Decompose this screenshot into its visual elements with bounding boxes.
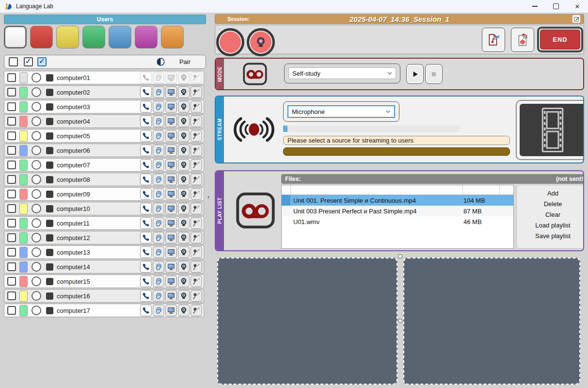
splitter-handle-middle[interactable] — [398, 319, 402, 323]
listen-button[interactable] — [153, 290, 164, 302]
screen-view-button[interactable] — [165, 246, 177, 258]
group-swatch-green[interactable] — [82, 26, 105, 48]
mic-share-button[interactable] — [191, 261, 202, 273]
listen-button[interactable] — [153, 217, 164, 229]
computer-checkbox[interactable] — [7, 161, 16, 169]
mic-share-button[interactable] — [191, 130, 202, 142]
computer-radio[interactable] — [32, 175, 41, 184]
screen-view-button[interactable] — [165, 101, 177, 113]
webcam-button[interactable] — [178, 232, 190, 243]
screen-view-button[interactable] — [165, 232, 177, 243]
call-button[interactable] — [140, 203, 152, 214]
video-panel-left[interactable] — [217, 258, 397, 385]
send-media-button[interactable] — [482, 28, 505, 52]
playlist-button-save-playlist[interactable]: Save playlist — [517, 231, 584, 242]
computer-row[interactable]: computer05 — [4, 129, 204, 143]
computer-radio[interactable] — [32, 102, 41, 112]
computer-radio[interactable] — [32, 116, 41, 126]
computer-checkbox[interactable] — [7, 306, 16, 315]
mic-share-button[interactable] — [191, 246, 202, 258]
computer-radio[interactable] — [32, 131, 41, 141]
call-button[interactable] — [140, 188, 152, 200]
webcam-button[interactable] — [178, 217, 190, 229]
call-button[interactable] — [140, 305, 152, 316]
minimize-button[interactable] — [524, 0, 545, 13]
computer-radio[interactable] — [32, 146, 41, 155]
computer-checkbox[interactable] — [7, 277, 16, 286]
computer-row[interactable]: computer12 — [4, 231, 204, 244]
mode-select[interactable]: Self-study — [284, 64, 400, 83]
computer-row[interactable]: computer04 — [4, 114, 204, 128]
call-button[interactable] — [140, 261, 152, 273]
mic-share-button[interactable] — [191, 290, 202, 302]
play-button[interactable] — [406, 64, 424, 84]
computer-checkbox[interactable] — [7, 190, 16, 198]
mic-share-button[interactable] — [191, 203, 202, 214]
stream-source-select[interactable]: Microphone — [283, 101, 399, 122]
computer-row[interactable]: computer07 — [4, 158, 204, 172]
webcam-button[interactable] — [178, 275, 190, 287]
computer-checkbox[interactable] — [7, 146, 16, 155]
group-swatch-yellow[interactable] — [56, 26, 79, 48]
webcam-button[interactable] — [178, 130, 190, 142]
listen-button[interactable] — [153, 145, 164, 156]
record-video-button[interactable] — [247, 28, 275, 56]
computer-radio[interactable] — [32, 233, 41, 242]
listen-button[interactable] — [153, 246, 164, 258]
listen-button[interactable] — [153, 188, 164, 200]
computer-row[interactable]: computer16 — [4, 289, 204, 303]
video-preview-button[interactable] — [516, 100, 584, 160]
webcam-button[interactable] — [178, 101, 190, 113]
screen-view-button[interactable] — [165, 305, 177, 316]
webcam-button[interactable] — [178, 159, 190, 171]
computer-checkbox[interactable] — [7, 102, 16, 111]
file-row[interactable]: U01.wmv 46 MB — [282, 216, 513, 227]
computer-row[interactable]: computer02 — [4, 85, 204, 99]
mic-share-button[interactable] — [191, 275, 202, 287]
computer-row[interactable]: computer03 — [4, 100, 204, 113]
collect-recordings-button[interactable] — [511, 28, 534, 52]
webcam-button[interactable] — [178, 305, 190, 316]
mic-share-button[interactable] — [191, 145, 202, 156]
webcam-button[interactable] — [178, 174, 190, 185]
group-swatch-magenta[interactable] — [135, 26, 158, 48]
computer-row[interactable]: computer01 — [4, 71, 204, 84]
computer-checkbox[interactable] — [7, 73, 16, 82]
edit-session-button[interactable] — [572, 15, 580, 23]
screen-view-button[interactable] — [165, 217, 177, 229]
group-swatch-white[interactable] — [4, 26, 27, 48]
call-button[interactable] — [140, 174, 152, 185]
mic-share-button[interactable] — [191, 217, 202, 229]
computer-radio[interactable] — [32, 218, 41, 228]
call-button[interactable] — [140, 86, 152, 98]
computer-radio[interactable] — [32, 204, 41, 213]
call-button[interactable] — [140, 101, 152, 113]
computer-radio[interactable] — [32, 306, 41, 315]
screen-view-button[interactable] — [165, 203, 177, 214]
computer-checkbox[interactable] — [7, 88, 16, 97]
computer-radio[interactable] — [32, 189, 41, 199]
mic-share-button[interactable] — [191, 86, 202, 98]
webcam-button[interactable] — [178, 145, 190, 156]
contrast-split-icon[interactable] — [156, 57, 165, 66]
computer-radio[interactable] — [32, 291, 41, 301]
close-button[interactable]: ✕ — [567, 0, 588, 13]
call-button[interactable] — [140, 217, 152, 229]
computer-row[interactable]: computer11 — [4, 216, 204, 230]
webcam-button[interactable] — [178, 188, 190, 200]
call-button[interactable] — [140, 159, 152, 171]
screen-view-button[interactable] — [165, 188, 177, 200]
stop-button[interactable] — [425, 64, 443, 84]
computer-checkbox[interactable] — [7, 291, 16, 300]
listen-button[interactable] — [153, 130, 164, 142]
listen-button[interactable] — [153, 174, 164, 185]
computer-checkbox[interactable] — [7, 248, 16, 257]
screen-view-button[interactable] — [165, 130, 177, 142]
computer-row[interactable]: computer17 — [4, 304, 204, 317]
computer-row[interactable]: computer09 — [4, 187, 204, 201]
computer-radio[interactable] — [32, 73, 41, 82]
mic-share-button[interactable] — [191, 101, 202, 113]
select-all-checkbox[interactable] — [24, 57, 33, 66]
call-button[interactable] — [140, 232, 152, 243]
screen-view-button[interactable] — [165, 115, 177, 127]
